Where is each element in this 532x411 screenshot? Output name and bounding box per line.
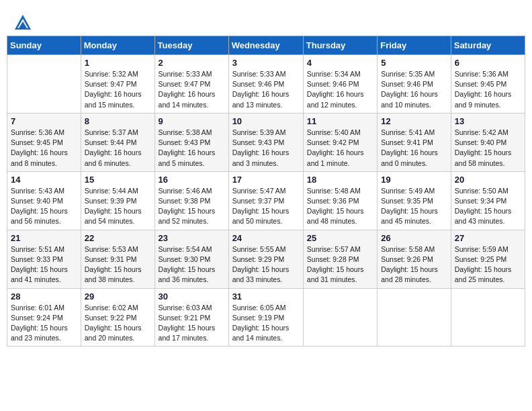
calendar-cell: 24Sunrise: 5:55 AM Sunset: 9:29 PM Dayli… [228, 230, 303, 288]
day-number: 14 [11, 175, 77, 185]
calendar-cell: 1Sunrise: 5:32 AM Sunset: 9:47 PM Daylig… [81, 55, 154, 113]
day-number: 18 [307, 175, 373, 185]
day-number: 1 [85, 58, 151, 68]
day-number: 27 [455, 233, 521, 243]
day-number: 4 [307, 58, 373, 68]
calendar-cell: 28Sunrise: 6:01 AM Sunset: 9:24 PM Dayli… [7, 288, 81, 347]
calendar-cell: 8Sunrise: 5:37 AM Sunset: 9:44 PM Daylig… [81, 113, 154, 171]
day-info: Sunrise: 5:43 AM Sunset: 9:40 PM Dayligh… [11, 186, 77, 227]
day-info: Sunrise: 5:39 AM Sunset: 9:43 PM Dayligh… [232, 128, 300, 169]
day-info: Sunrise: 5:59 AM Sunset: 9:25 PM Dayligh… [455, 244, 521, 285]
column-header-saturday: Saturday [451, 36, 525, 55]
day-info: Sunrise: 5:36 AM Sunset: 9:45 PM Dayligh… [11, 128, 77, 169]
day-info: Sunrise: 5:33 AM Sunset: 9:47 PM Dayligh… [159, 69, 225, 110]
day-number: 23 [159, 233, 225, 243]
column-header-sunday: Sunday [7, 36, 81, 55]
day-number: 25 [307, 233, 373, 243]
calendar-header-row: SundayMondayTuesdayWednesdayThursdayFrid… [7, 36, 525, 55]
day-info: Sunrise: 5:38 AM Sunset: 9:43 PM Dayligh… [159, 128, 225, 169]
day-info: Sunrise: 5:41 AM Sunset: 9:41 PM Dayligh… [381, 128, 447, 169]
day-info: Sunrise: 5:50 AM Sunset: 9:34 PM Dayligh… [455, 186, 521, 227]
calendar-cell: 26Sunrise: 5:58 AM Sunset: 9:26 PM Dayli… [378, 230, 451, 288]
calendar-cell: 10Sunrise: 5:39 AM Sunset: 9:43 PM Dayli… [228, 113, 303, 171]
day-number: 2 [159, 58, 225, 68]
day-number: 13 [455, 116, 521, 126]
day-number: 8 [85, 116, 151, 126]
day-info: Sunrise: 5:55 AM Sunset: 9:29 PM Dayligh… [232, 244, 300, 285]
day-number: 31 [232, 291, 300, 302]
day-number: 19 [381, 175, 447, 185]
calendar-cell: 3Sunrise: 5:33 AM Sunset: 9:46 PM Daylig… [228, 55, 303, 113]
calendar-cell: 9Sunrise: 5:38 AM Sunset: 9:43 PM Daylig… [154, 113, 228, 171]
day-number: 17 [232, 175, 300, 185]
calendar-cell: 17Sunrise: 5:47 AM Sunset: 9:37 PM Dayli… [228, 171, 303, 230]
day-number: 7 [11, 116, 77, 126]
column-header-tuesday: Tuesday [154, 36, 228, 55]
day-info: Sunrise: 5:42 AM Sunset: 9:40 PM Dayligh… [455, 128, 521, 169]
day-info: Sunrise: 6:03 AM Sunset: 9:21 PM Dayligh… [159, 303, 225, 344]
calendar-cell: 14Sunrise: 5:43 AM Sunset: 9:40 PM Dayli… [7, 171, 81, 230]
day-info: Sunrise: 5:32 AM Sunset: 9:47 PM Dayligh… [85, 69, 151, 110]
day-info: Sunrise: 5:40 AM Sunset: 9:42 PM Dayligh… [307, 128, 373, 169]
day-info: Sunrise: 5:46 AM Sunset: 9:38 PM Dayligh… [159, 186, 225, 227]
calendar-cell [451, 288, 525, 347]
calendar-cell: 23Sunrise: 5:54 AM Sunset: 9:30 PM Dayli… [154, 230, 228, 288]
calendar-week-4: 21Sunrise: 5:51 AM Sunset: 9:33 PM Dayli… [7, 230, 525, 288]
day-info: Sunrise: 6:01 AM Sunset: 9:24 PM Dayligh… [11, 303, 77, 344]
day-info: Sunrise: 6:02 AM Sunset: 9:22 PM Dayligh… [85, 303, 151, 344]
day-number: 10 [232, 116, 300, 126]
logo-icon [13, 13, 32, 32]
calendar-week-3: 14Sunrise: 5:43 AM Sunset: 9:40 PM Dayli… [7, 171, 525, 230]
day-info: Sunrise: 6:05 AM Sunset: 9:19 PM Dayligh… [232, 303, 300, 344]
day-info: Sunrise: 5:36 AM Sunset: 9:45 PM Dayligh… [455, 69, 521, 110]
calendar-cell: 7Sunrise: 5:36 AM Sunset: 9:45 PM Daylig… [7, 113, 81, 171]
calendar-cell [7, 55, 81, 113]
day-info: Sunrise: 5:53 AM Sunset: 9:31 PM Dayligh… [85, 244, 151, 285]
day-number: 6 [455, 58, 521, 68]
day-number: 11 [307, 116, 373, 126]
day-info: Sunrise: 5:58 AM Sunset: 9:26 PM Dayligh… [381, 244, 447, 285]
calendar-cell [378, 288, 451, 347]
column-header-friday: Friday [378, 36, 451, 55]
calendar-table: SundayMondayTuesdayWednesdayThursdayFrid… [7, 36, 525, 347]
day-info: Sunrise: 5:47 AM Sunset: 9:37 PM Dayligh… [232, 186, 300, 227]
day-info: Sunrise: 5:35 AM Sunset: 9:46 PM Dayligh… [381, 69, 447, 110]
calendar-week-1: 1Sunrise: 5:32 AM Sunset: 9:47 PM Daylig… [7, 55, 525, 113]
calendar-cell: 6Sunrise: 5:36 AM Sunset: 9:45 PM Daylig… [451, 55, 525, 113]
calendar-cell: 25Sunrise: 5:57 AM Sunset: 9:28 PM Dayli… [303, 230, 377, 288]
day-info: Sunrise: 5:49 AM Sunset: 9:35 PM Dayligh… [381, 186, 447, 227]
calendar-cell: 30Sunrise: 6:03 AM Sunset: 9:21 PM Dayli… [154, 288, 228, 347]
calendar-cell: 22Sunrise: 5:53 AM Sunset: 9:31 PM Dayli… [81, 230, 154, 288]
calendar-cell [303, 288, 377, 347]
calendar-cell: 20Sunrise: 5:50 AM Sunset: 9:34 PM Dayli… [451, 171, 525, 230]
day-number: 15 [85, 175, 151, 185]
day-number: 30 [159, 291, 225, 302]
page-header [7, 7, 525, 36]
day-number: 24 [232, 233, 300, 243]
column-header-monday: Monday [81, 36, 154, 55]
calendar-week-5: 28Sunrise: 6:01 AM Sunset: 9:24 PM Dayli… [7, 288, 525, 347]
calendar-cell: 29Sunrise: 6:02 AM Sunset: 9:22 PM Dayli… [81, 288, 154, 347]
day-number: 20 [455, 175, 521, 185]
day-number: 9 [159, 116, 225, 126]
calendar-cell: 12Sunrise: 5:41 AM Sunset: 9:41 PM Dayli… [378, 113, 451, 171]
day-info: Sunrise: 5:34 AM Sunset: 9:46 PM Dayligh… [307, 69, 373, 110]
day-info: Sunrise: 5:44 AM Sunset: 9:39 PM Dayligh… [85, 186, 151, 227]
column-header-thursday: Thursday [303, 36, 377, 55]
day-number: 29 [85, 291, 151, 302]
day-number: 28 [11, 291, 77, 302]
calendar-cell: 19Sunrise: 5:49 AM Sunset: 9:35 PM Dayli… [378, 171, 451, 230]
calendar-cell: 21Sunrise: 5:51 AM Sunset: 9:33 PM Dayli… [7, 230, 81, 288]
calendar-cell: 5Sunrise: 5:35 AM Sunset: 9:46 PM Daylig… [378, 55, 451, 113]
day-number: 5 [381, 58, 447, 68]
calendar-cell: 4Sunrise: 5:34 AM Sunset: 9:46 PM Daylig… [303, 55, 377, 113]
calendar-cell: 31Sunrise: 6:05 AM Sunset: 9:19 PM Dayli… [228, 288, 303, 347]
day-info: Sunrise: 5:48 AM Sunset: 9:36 PM Dayligh… [307, 186, 373, 227]
day-info: Sunrise: 5:37 AM Sunset: 9:44 PM Dayligh… [85, 128, 151, 169]
day-info: Sunrise: 5:33 AM Sunset: 9:46 PM Dayligh… [232, 69, 300, 110]
day-number: 16 [159, 175, 225, 185]
day-info: Sunrise: 5:54 AM Sunset: 9:30 PM Dayligh… [159, 244, 225, 285]
calendar-cell: 15Sunrise: 5:44 AM Sunset: 9:39 PM Dayli… [81, 171, 154, 230]
calendar-cell: 13Sunrise: 5:42 AM Sunset: 9:40 PM Dayli… [451, 113, 525, 171]
calendar-week-2: 7Sunrise: 5:36 AM Sunset: 9:45 PM Daylig… [7, 113, 525, 171]
